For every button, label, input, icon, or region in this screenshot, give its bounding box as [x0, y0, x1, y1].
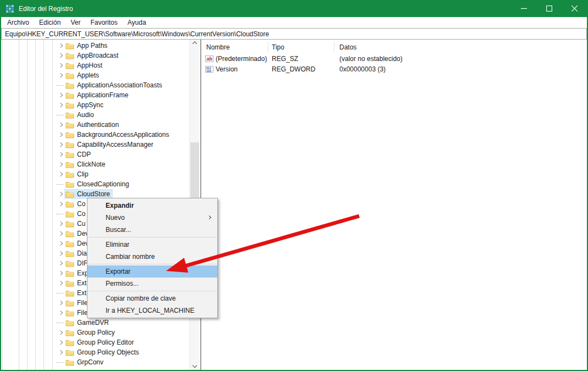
tree-item-clip[interactable]: Clip — [1, 169, 189, 179]
menu-item-nuevo[interactable]: Nuevo — [87, 212, 217, 224]
expand-chevron-icon[interactable] — [58, 132, 63, 137]
expand-chevron-icon[interactable] — [58, 330, 63, 335]
string-value-icon: ab — [205, 56, 214, 64]
folder-icon — [65, 319, 74, 326]
tree-item-app-paths[interactable]: App Paths — [1, 41, 189, 51]
dword-value-icon: 011110 — [205, 66, 214, 75]
menubar-item-favoritos[interactable]: Favoritos — [85, 17, 122, 28]
folder-icon — [65, 171, 74, 178]
close-icon — [571, 5, 578, 12]
menu-item-permisos[interactable]: Permisos... — [87, 278, 217, 290]
tree-item-applets[interactable]: Applets — [1, 70, 189, 80]
expand-chevron-icon[interactable] — [58, 162, 63, 167]
menu-item-expandir[interactable]: Expandir — [87, 200, 217, 212]
tree-item-applicationassociationtoasts[interactable]: ApplicationAssociationToasts — [1, 80, 189, 90]
menu-item-cambiar-nombre[interactable]: Cambiar nombre — [87, 251, 217, 263]
expand-chevron-icon[interactable] — [58, 172, 63, 176]
menu-item-exportar[interactable]: Exportar — [87, 265, 217, 278]
tree-item-label: Authentication — [77, 121, 119, 129]
expand-chevron-icon[interactable] — [58, 202, 63, 206]
close-button[interactable] — [562, 0, 587, 17]
tree-item-capabilityaccessmanager[interactable]: CapabilityAccessManager — [1, 140, 189, 149]
maximize-icon — [546, 5, 552, 12]
expand-chevron-icon[interactable] — [58, 340, 63, 345]
expand-chevron-icon[interactable] — [58, 53, 63, 58]
folder-icon — [65, 62, 74, 69]
menubar-item-ver[interactable]: Ver — [65, 17, 85, 28]
expand-chevron-icon[interactable] — [58, 261, 63, 265]
tree-item-label: Applets — [77, 71, 99, 79]
maximize-button[interactable] — [536, 0, 562, 17]
expand-chevron-icon[interactable] — [58, 271, 63, 275]
menubar-item-edici-n[interactable]: Edición — [34, 17, 65, 28]
tree-item-applicationframe[interactable]: ApplicationFrame — [1, 90, 189, 100]
tree-item-backgroundaccessapplications[interactable]: BackgroundAccessApplications — [1, 130, 189, 140]
tree-item-gamedvr[interactable]: GameDVR — [1, 318, 189, 328]
expand-chevron-icon[interactable] — [58, 123, 63, 127]
menu-item-eliminar[interactable]: Eliminar — [87, 239, 217, 251]
menu-item-buscar[interactable]: Buscar... — [87, 224, 217, 236]
tree-item-group-policy[interactable]: Group Policy — [1, 328, 189, 337]
tree-item-appbroadcast[interactable]: AppBroadcast — [1, 51, 189, 60]
tree-item-group-policy-editor[interactable]: Group Policy Editor — [1, 337, 189, 347]
value-row-version[interactable]: 011110VersionREG_DWORD0x00000003 (3) — [202, 64, 587, 75]
menubar-item-archivo[interactable]: Archivo — [2, 17, 34, 28]
list-header: NombreTipoDatos — [202, 42, 587, 53]
column-header-nombre[interactable]: Nombre — [206, 42, 230, 53]
menu-item-copiar-nombre-de-clave[interactable]: Copiar nombre de clave — [87, 292, 217, 304]
expand-chevron-icon[interactable] — [58, 281, 63, 285]
expand-chevron-icon[interactable] — [58, 93, 63, 97]
value-type: REG_SZ — [272, 54, 298, 64]
folder-icon — [65, 151, 74, 158]
address-bar[interactable]: Equipo\HKEY_CURRENT_USER\Software\Micros… — [1, 28, 587, 40]
address-input[interactable]: Equipo\HKEY_CURRENT_USER\Software\Micros… — [5, 30, 269, 38]
expand-chevron-icon[interactable] — [58, 241, 63, 246]
expand-chevron-icon[interactable] — [58, 73, 63, 77]
tree-item-grpconv[interactable]: GrpConv — [1, 357, 189, 367]
tree-item-label: GrpConv — [77, 358, 103, 366]
column-separator[interactable] — [268, 42, 268, 53]
tree-item-closedcaptioning[interactable]: ClosedCaptioning — [1, 179, 189, 189]
expand-chevron-icon[interactable] — [58, 192, 63, 196]
tree-item-cdp[interactable]: CDP — [1, 149, 189, 159]
tree-item-label: BackgroundAccessApplications — [77, 131, 169, 139]
minimize-button[interactable] — [511, 0, 536, 17]
menubar-item-ayuda[interactable]: Ayuda — [123, 17, 151, 28]
expand-chevron-icon[interactable] — [58, 63, 63, 68]
value-row-predeterminado[interactable]: ab(Predeterminado)REG_SZ(valor no establ… — [202, 54, 587, 64]
expand-chevron-icon[interactable] — [58, 231, 63, 236]
tree-item-authentication[interactable]: Authentication — [1, 120, 189, 130]
column-header-tipo[interactable]: Tipo — [272, 42, 284, 53]
tree-item-label: CapabilityAccessManager — [77, 141, 153, 148]
scroll-up-button[interactable] — [190, 40, 200, 49]
expand-chevron-icon[interactable] — [58, 43, 63, 48]
expand-chevron-icon[interactable] — [58, 142, 63, 147]
folder-icon — [65, 52, 74, 59]
chevron-up-icon — [193, 41, 197, 46]
tree-item-apphost[interactable]: AppHost — [1, 60, 189, 70]
folder-icon — [65, 181, 74, 188]
folder-icon — [65, 112, 74, 119]
folder-icon — [65, 309, 74, 317]
tree-item-label: Co — [77, 200, 85, 208]
tree-item-audio[interactable]: Audio — [1, 110, 189, 120]
window-title: Editor del Registro — [19, 5, 73, 13]
scroll-down-button[interactable] — [190, 361, 200, 370]
tree-item-appsync[interactable]: AppSync — [1, 100, 189, 110]
menu-item-ir-a-hkey-local-machine[interactable]: Ir a HKEY_LOCAL_MACHINE — [87, 304, 217, 317]
tree-item-group-policy-objects[interactable]: Group Policy Objects — [1, 347, 189, 357]
tree-item-label: CloudStore — [77, 190, 110, 198]
column-separator[interactable] — [334, 42, 334, 53]
expand-chevron-icon[interactable] — [58, 350, 63, 355]
expand-chevron-icon[interactable] — [58, 152, 63, 157]
column-header-datos[interactable]: Datos — [339, 42, 356, 53]
tree-item-label: CDP — [77, 151, 91, 158]
folder-icon — [65, 260, 74, 267]
expand-chevron-icon[interactable] — [58, 251, 63, 256]
tree-item-clicknote[interactable]: ClickNote — [1, 159, 189, 169]
expand-chevron-icon[interactable] — [58, 222, 63, 226]
expand-chevron-icon[interactable] — [58, 103, 63, 107]
expand-chevron-icon[interactable] — [58, 301, 63, 305]
expand-chevron-icon[interactable] — [58, 311, 63, 315]
submenu-chevron-icon — [207, 215, 211, 219]
